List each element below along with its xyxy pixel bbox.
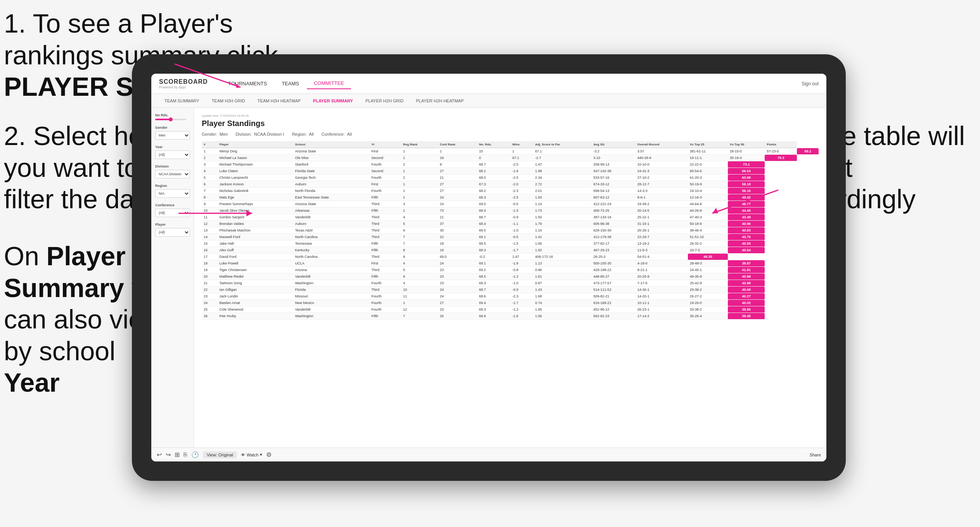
grid-btn[interactable]: ⊞ [175, 451, 180, 458]
copy-btn[interactable]: ⎘ [184, 451, 187, 458]
sub-nav-team-h2h-grid[interactable]: TEAM H2H GRID [206, 97, 251, 105]
nav-item-committee[interactable]: COMMITTEE [307, 78, 351, 89]
table-cell: 30 [438, 227, 477, 234]
table-row[interactable]: 20Matthew RiedelVanderbiltFifth92368.5-1… [202, 273, 819, 280]
watch-btn[interactable]: 👁 Watch ▾ [241, 452, 263, 457]
table-cell: 68.0 [477, 175, 511, 181]
table-cell: 25-22-1 [635, 214, 688, 221]
table-row[interactable]: 16Alex GoffKentuckyFifth81968.3-1.71.924… [202, 247, 819, 254]
table-cell: 68.4 [477, 221, 511, 227]
table-row[interactable]: 8Mats EgeEast Tennessee StateFifth12468.… [202, 194, 819, 201]
table-cell: -1.0 [511, 227, 533, 234]
table-cell: 1.56 [533, 313, 591, 320]
col-reg-rank: Reg Rank [401, 141, 438, 148]
table-cell: 13 [202, 227, 217, 234]
table-row[interactable]: 6Jackson KoivunAuburnFirst12767.3-2.02.7… [202, 181, 819, 188]
table-cell: -1.2 [511, 306, 533, 313]
table-row[interactable]: 17David FordNorth CarolinaThird869.0-0.2… [202, 254, 819, 260]
table-cell: 68.2 [477, 188, 511, 194]
sidebar-division-select[interactable]: NCAA Division I NCAA Division II NCAA Di… [155, 170, 190, 178]
sub-nav-player-summary[interactable]: PLAYER SUMMARY [308, 97, 358, 105]
table-row[interactable]: 22Ian GilliganFloridaThird102468.7-0.91.… [202, 287, 819, 293]
table-cell: 1.50 [533, 214, 591, 221]
table-row[interactable]: 21Taehoon SongWashingtonFourth42369.3-1.… [202, 280, 819, 287]
sub-nav-player-h2h-grid[interactable]: PLAYER H2H GRID [360, 97, 409, 105]
table-cell: 68.5 [477, 273, 511, 280]
nav-item-teams[interactable]: TEAMS [275, 78, 306, 89]
filter-region-label: Region: [292, 132, 306, 137]
sub-nav-team-summary[interactable]: TEAM SUMMARY [159, 97, 205, 105]
table-row[interactable]: 10Jacob Skov OlesenArkansasFifth17368.4-… [202, 207, 819, 214]
table-cell: 68.3 [477, 247, 511, 254]
bottom-bar: ↩ ↪ ⊞ ⎘ 🕐 View: Original 👁 Watch ▾ ⚙ Sha… [151, 448, 826, 461]
table-cell: 20-14-5 [635, 207, 688, 214]
table-row[interactable]: 14Maxwell FordNorth CarolinaThird72269.1… [202, 234, 819, 240]
table-row[interactable]: 13Phichaisak MaichonTexas A&MThird63069.… [202, 227, 819, 234]
table-cell: 12 [202, 221, 217, 227]
table-cell: 0.74 [533, 300, 591, 306]
sidebar-region-label: Region [155, 184, 190, 188]
sidebar-region-select[interactable]: N/A All [155, 189, 190, 198]
slider-area[interactable] [155, 119, 186, 120]
table-row[interactable]: 18Luke PowellUCLAFirst42469.1-1.81.13500… [202, 260, 819, 267]
table-cell: 57-23-0 [765, 148, 797, 155]
table-row[interactable]: 4Luke ClatonFlorida StateSecond12768.2-1… [202, 168, 819, 175]
sub-nav-player-h2h-heatmap[interactable]: PLAYER H2H HEATMAP [410, 97, 469, 105]
table-cell: 2 [401, 161, 438, 168]
table-row[interactable]: 24Bastien AmatNew MexicoFourth12769.4-1.… [202, 300, 819, 306]
table-cell: 1.47 [533, 161, 591, 168]
sign-out-link[interactable]: Sign out [802, 81, 819, 86]
table-row[interactable]: 26Petr HrubyWashingtonFifth72568.6-1.61.… [202, 313, 819, 320]
share-btn[interactable]: Share [810, 453, 821, 457]
slider-thumb[interactable] [169, 117, 173, 121]
table-cell: -1.5 [511, 207, 533, 214]
table-row[interactable]: 9Preston SummerhaysArizona StateThird324… [202, 201, 819, 207]
table-cell: Fifth [369, 247, 401, 254]
table-row[interactable]: 25Cole SherwoodVanderbiltFourth122369.3-… [202, 306, 819, 313]
table-cell: 1.79 [533, 221, 591, 227]
table-row[interactable]: 7Nicholas GabrelcikNorth FloridaFourth12… [202, 188, 819, 194]
sidebar-year-select[interactable]: (All) First Second Third Fourth Fifth [155, 150, 190, 159]
table-row[interactable]: 1Wenyi DingArizona StateFirst1115167.1-3… [202, 148, 819, 155]
table-cell: 14 [202, 234, 217, 240]
table-cell: First [369, 260, 401, 267]
table-row[interactable]: 2Michael La SassoOle MissSecond118067.1-… [202, 155, 819, 161]
sidebar-conference-select[interactable]: (All) [155, 209, 190, 217]
table-cell: 1.98 [533, 168, 591, 175]
sidebar-gender-select[interactable]: Men Women [155, 131, 190, 140]
table-body: 1Wenyi DingArizona StateFirst1115167.1-3… [202, 148, 819, 320]
undo-btn[interactable]: ↩ [157, 451, 162, 458]
table-row[interactable]: 12Brendan ValdesAuburnThird53768.4-1.11.… [202, 221, 819, 227]
sub-nav-team-h2h-heatmap[interactable]: TEAM H2H HEATMAP [252, 97, 306, 105]
table-cell: 24 [202, 300, 217, 306]
table-cell: North Carolina [293, 234, 369, 240]
table-area: Update time: 27/03/2024 16:56:26 Player … [194, 108, 826, 461]
table-cell: -2.7 [533, 155, 591, 161]
table-cell: 7 [401, 313, 438, 320]
table-row[interactable]: 5Christo LamprechtGeorgia TechFourth2216… [202, 175, 819, 181]
table-cell: -2.3 [511, 293, 533, 300]
table-row[interactable]: 19Tiger ChristensenArizonaThird52369.2-0… [202, 267, 819, 273]
settings-btn[interactable]: ⚙ [266, 451, 272, 458]
sidebar-player-select[interactable]: (All) [155, 228, 190, 237]
nav-item-tournaments[interactable]: TOURNAMENTS [221, 78, 274, 89]
view-original-btn[interactable]: View: Original [203, 451, 237, 458]
table-cell: 21 [438, 214, 477, 221]
table-cell: 49.42 [728, 194, 765, 201]
logo-area: SCOREBOARD Powered by dippi [159, 78, 210, 89]
redo-btn[interactable]: ↪ [166, 451, 171, 458]
table-row[interactable]: 11Gordon SargentVanderbiltThird42168.7-0… [202, 214, 819, 221]
table-cell: Fourth [369, 280, 401, 287]
table-cell: Auburn [293, 221, 369, 227]
table-cell: -0.9 [511, 287, 533, 293]
clock-btn[interactable]: 🕐 [191, 451, 199, 458]
table-cell: 27 [438, 188, 477, 194]
table-row[interactable]: 23Jack LundinMissouriFourth112468.6-2.31… [202, 293, 819, 300]
table-cell: 67.1 [511, 155, 533, 161]
table-cell: -3.2 [592, 148, 635, 155]
table-cell: Ole Miss [293, 155, 369, 161]
table-row[interactable]: 3Michael ThorbjornsenStanfordFourth2868.… [202, 161, 819, 168]
table-cell: 1.66 [533, 240, 591, 247]
table-cell: Jake Hall [217, 240, 293, 247]
table-row[interactable]: 15Jake HallTennesseeFifth71868.5-1.51.66… [202, 240, 819, 247]
